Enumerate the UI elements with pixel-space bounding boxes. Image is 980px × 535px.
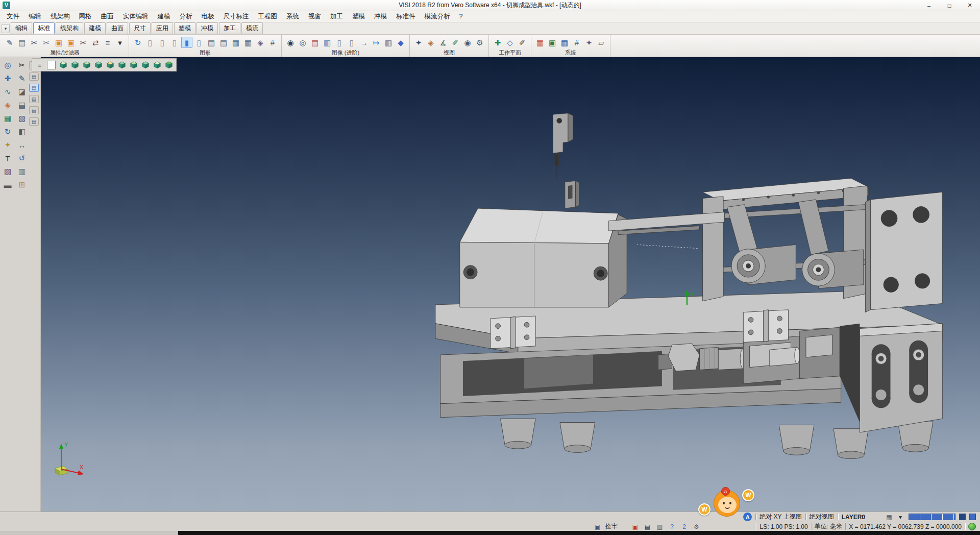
capture-icon[interactable]: ▤ [643,523,652,531]
text-icon[interactable]: T [2,152,14,164]
delete-filter-icon[interactable]: ✂ [78,37,89,48]
tab-machining[interactable]: 加工 [219,22,240,34]
menu-standard-parts[interactable]: 标准件 [391,11,420,22]
menu-file[interactable]: 文件 [2,11,24,22]
view-blank-button[interactable] [46,60,57,70]
view-cube-front-icon[interactable] [93,60,104,70]
view-cube-dimetric-icon[interactable] [152,60,162,70]
system-grid-icon[interactable]: # [571,37,582,48]
system-table-icon[interactable]: ▦ [559,37,570,48]
tab-standard[interactable]: 标准 [33,22,55,34]
folder-icon[interactable]: ⊞ [16,179,28,191]
layer-flag-icon[interactable]: ◈ [255,37,266,48]
diamond-3d-icon[interactable]: ◆ [395,37,406,48]
shaded-view-icon[interactable]: ◉ [285,37,296,48]
menu-flow-analysis[interactable]: 模流分析 [420,11,455,22]
viewbar-menu-icon[interactable]: ≡ [34,60,45,70]
wireframe-view-icon[interactable]: ◎ [297,37,308,48]
doc-pages2-icon[interactable]: ▤ [218,37,229,48]
swatch-dark[interactable] [959,514,966,520]
menu-mold[interactable]: 塑模 [348,11,370,22]
tab-apply[interactable]: 应用 [152,22,173,34]
film-icon[interactable]: ▬ [2,179,14,191]
doc-bar-2-icon[interactable]: ▯ [157,37,168,48]
system-snap-icon[interactable]: ✦ [583,37,595,48]
grid-box-icon[interactable]: ▦ [230,37,241,48]
zoom-select-icon[interactable]: ◎ [2,59,14,71]
menu-wireframe[interactable]: 线架构 [46,11,75,22]
side-strip-button-6[interactable]: ▤ [29,117,39,126]
menu-analysis[interactable]: 分析 [175,11,197,22]
menu-dimensioning[interactable]: 尺寸标注 [219,11,254,22]
menu-system[interactable]: 系统 [282,11,304,22]
view-cube-top-icon[interactable] [69,60,80,70]
swatch-blue[interactable] [969,514,976,520]
side-strip-button-2[interactable]: ▤ [29,72,39,81]
tab-wireframe[interactable]: 线架构 [56,22,83,34]
menu-drafting[interactable]: 工程图 [254,11,282,22]
attribute-box2-icon[interactable]: ▣ [65,37,77,48]
filter-list-icon[interactable]: ≡ [102,37,113,48]
view-mode-icon[interactable]: ◈ [425,37,436,48]
box-icon[interactable]: ◧ [16,126,28,138]
globe-icon[interactable] [968,523,976,530]
color-palette-icon[interactable]: ◈ [2,99,14,111]
clipboard-icon[interactable]: ▥ [16,165,28,178]
layer-color-bar[interactable] [909,514,955,520]
cut-filter-icon[interactable]: ✂ [29,37,40,48]
clip-image-icon[interactable]: ▥ [383,37,394,48]
curve-icon[interactable]: ∿ [2,86,14,98]
menu-machining[interactable]: 加工 [326,11,348,22]
view-cube-bottom-icon[interactable] [81,60,92,70]
maximize-button[interactable]: □ [939,0,960,11]
3d-viewport[interactable]: Y Y X [41,57,980,512]
hatch-icon[interactable]: ▨ [2,165,14,178]
menu-electrode[interactable]: 电极 [197,11,219,22]
view-cube-iso-icon[interactable] [58,60,68,70]
view-cube-back-icon[interactable] [105,60,115,70]
grid-box2-icon[interactable]: ▦ [242,37,254,48]
measure-icon[interactable]: ∡ [437,37,449,48]
workplane-axes-icon[interactable]: ✚ [492,37,503,48]
tab-modeling[interactable]: 建模 [84,22,106,34]
dimension-icon[interactable]: ↔ [16,139,28,151]
menu-window[interactable]: 视窗 [304,11,326,22]
tab-die[interactable]: 冲模 [197,22,218,34]
edit-attributes-icon[interactable]: ✎ [4,37,15,48]
tab-surface[interactable]: 曲面 [107,22,128,34]
view-cube-axon-icon[interactable] [140,60,151,70]
doc-bar-1-icon[interactable]: ▯ [144,37,156,48]
view-cube-right-icon[interactable] [128,60,139,70]
system-material-icon[interactable]: ▱ [596,37,607,48]
refresh-view-icon[interactable]: ↻ [132,37,143,48]
menu-mesh[interactable]: 网格 [75,11,96,22]
close-button[interactable]: ✕ [960,0,980,11]
plane-icon[interactable]: ▧ [16,112,28,125]
layer-dropdown-icon[interactable]: ▾ [896,513,905,521]
menu-die[interactable]: 冲模 [370,11,391,22]
snap-point-icon[interactable]: ✚ [2,72,14,85]
lock-label[interactable]: 拴牢 [605,522,617,531]
system-colors-icon[interactable]: ▦ [534,37,546,48]
doc-bar-3-icon[interactable]: ▯ [169,37,180,48]
absolute-view-label[interactable]: 绝对 XY 上视图 [760,513,801,521]
arrow-doc-icon[interactable]: ↦ [371,37,382,48]
lock-pin-icon[interactable]: ▣ [593,523,602,531]
info2-icon[interactable]: 2 [679,523,689,531]
annotate-icon[interactable]: ✐ [450,37,461,48]
help-status-icon[interactable]: ? [667,523,676,531]
view-cube-shaded-icon[interactable] [163,60,174,70]
layer-grid-icon[interactable]: ▦ [885,513,894,521]
workplane-plane-icon[interactable]: ◇ [504,37,516,48]
settings-status-icon[interactable]: ⚙ [692,523,701,531]
workplane-edit-icon[interactable]: ✐ [517,37,528,48]
menu-modeling[interactable]: 建模 [153,11,175,22]
doc-bar-selected-icon[interactable]: ▮ [181,37,192,48]
system-display-icon[interactable]: ▣ [547,37,558,48]
visibility-icon[interactable]: ◉ [462,37,473,48]
minimize-button[interactable]: – [919,0,939,11]
erase-icon[interactable]: ◪ [16,86,28,98]
print-icon[interactable]: ▥ [655,523,664,531]
copy-filter-icon[interactable]: ✂ [41,37,52,48]
sketch-icon[interactable]: ✎ [16,72,28,85]
